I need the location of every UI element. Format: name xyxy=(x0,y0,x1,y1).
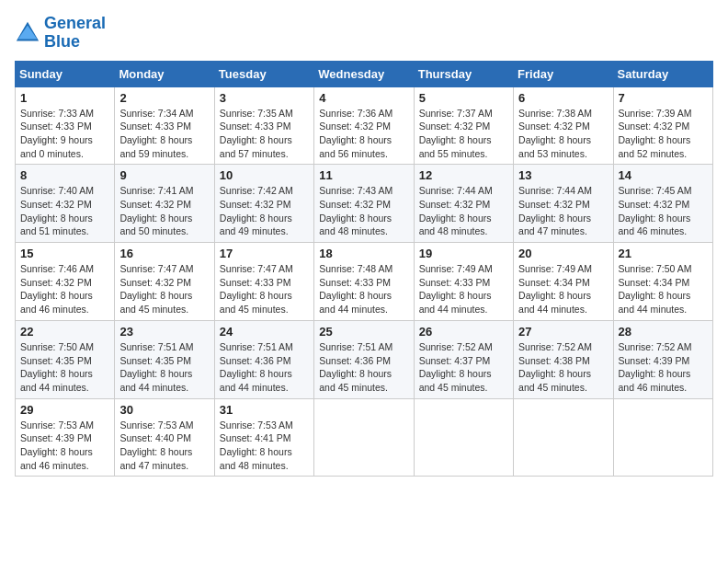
day-number: 4 xyxy=(319,91,408,105)
weekday-header-friday: Friday xyxy=(514,61,613,86)
day-number: 12 xyxy=(419,168,508,182)
weekday-header-wednesday: Wednesday xyxy=(314,61,414,86)
calendar-week-2: 8 Sunrise: 7:40 AMSunset: 4:32 PMDayligh… xyxy=(16,165,713,243)
calendar-cell: 10 Sunrise: 7:42 AMSunset: 4:32 PMDaylig… xyxy=(214,165,313,243)
day-number: 25 xyxy=(319,325,408,339)
calendar-cell: 12 Sunrise: 7:44 AMSunset: 4:32 PMDaylig… xyxy=(414,165,513,243)
day-number: 23 xyxy=(119,325,209,339)
day-number: 28 xyxy=(619,325,708,339)
day-number: 20 xyxy=(518,247,608,260)
calendar-cell: 7 Sunrise: 7:39 AMSunset: 4:32 PMDayligh… xyxy=(613,86,712,165)
calendar-cell: 16 Sunrise: 7:47 AMSunset: 4:32 PMDaylig… xyxy=(115,243,214,321)
cell-info: Sunrise: 7:39 AMSunset: 4:32 PMDaylight:… xyxy=(619,108,692,159)
calendar-cell xyxy=(613,398,712,477)
calendar-cell: 4 Sunrise: 7:36 AMSunset: 4:32 PMDayligh… xyxy=(314,86,414,165)
calendar-cell: 5 Sunrise: 7:37 AMSunset: 4:32 PMDayligh… xyxy=(414,86,513,165)
day-number: 3 xyxy=(220,91,309,105)
cell-info: Sunrise: 7:51 AMSunset: 4:36 PMDaylight:… xyxy=(220,341,293,393)
cell-info: Sunrise: 7:46 AMSunset: 4:32 PMDaylight:… xyxy=(20,263,94,315)
calendar-cell: 23 Sunrise: 7:51 AMSunset: 4:35 PMDaylig… xyxy=(115,320,214,398)
calendar-week-3: 15 Sunrise: 7:46 AMSunset: 4:32 PMDaylig… xyxy=(16,243,713,321)
weekday-header-monday: Monday xyxy=(115,61,214,86)
day-number: 29 xyxy=(20,403,109,417)
cell-info: Sunrise: 7:51 AMSunset: 4:36 PMDaylight:… xyxy=(319,341,392,393)
day-number: 11 xyxy=(319,168,408,182)
calendar-cell: 6 Sunrise: 7:38 AMSunset: 4:32 PMDayligh… xyxy=(514,86,613,165)
day-number: 19 xyxy=(419,247,508,260)
page-header: General Blue xyxy=(15,15,713,52)
calendar-cell: 24 Sunrise: 7:51 AMSunset: 4:36 PMDaylig… xyxy=(214,320,313,398)
day-number: 2 xyxy=(119,91,209,105)
cell-info: Sunrise: 7:52 AMSunset: 4:38 PMDaylight:… xyxy=(518,341,592,393)
cell-info: Sunrise: 7:43 AMSunset: 4:32 PMDaylight:… xyxy=(319,185,392,236)
calendar-week-5: 29 Sunrise: 7:53 AMSunset: 4:39 PMDaylig… xyxy=(16,398,713,477)
logo-text: General Blue xyxy=(44,15,106,52)
cell-info: Sunrise: 7:49 AMSunset: 4:34 PMDaylight:… xyxy=(518,263,592,315)
day-number: 10 xyxy=(220,168,309,182)
calendar-cell: 13 Sunrise: 7:44 AMSunset: 4:32 PMDaylig… xyxy=(514,165,613,243)
day-number: 27 xyxy=(518,325,608,339)
svg-marker-1 xyxy=(18,25,38,39)
calendar-cell: 9 Sunrise: 7:41 AMSunset: 4:32 PMDayligh… xyxy=(115,165,214,243)
day-number: 18 xyxy=(319,247,408,260)
cell-info: Sunrise: 7:38 AMSunset: 4:32 PMDaylight:… xyxy=(518,108,592,159)
day-number: 1 xyxy=(20,91,109,105)
cell-info: Sunrise: 7:44 AMSunset: 4:32 PMDaylight:… xyxy=(419,185,493,236)
cell-info: Sunrise: 7:53 AMSunset: 4:39 PMDaylight:… xyxy=(20,419,94,471)
cell-info: Sunrise: 7:34 AMSunset: 4:33 PMDaylight:… xyxy=(119,108,193,159)
day-number: 21 xyxy=(619,247,708,260)
weekday-header-saturday: Saturday xyxy=(613,61,712,86)
weekday-header-tuesday: Tuesday xyxy=(214,61,313,86)
calendar-cell xyxy=(514,398,613,477)
calendar-cell: 3 Sunrise: 7:35 AMSunset: 4:33 PMDayligh… xyxy=(214,86,313,165)
cell-info: Sunrise: 7:50 AMSunset: 4:34 PMDaylight:… xyxy=(619,263,692,315)
day-number: 31 xyxy=(220,403,309,417)
calendar-cell: 17 Sunrise: 7:47 AMSunset: 4:33 PMDaylig… xyxy=(214,243,313,321)
day-number: 9 xyxy=(119,168,209,182)
calendar-cell xyxy=(314,398,414,477)
calendar-cell: 11 Sunrise: 7:43 AMSunset: 4:32 PMDaylig… xyxy=(314,165,414,243)
cell-info: Sunrise: 7:52 AMSunset: 4:37 PMDaylight:… xyxy=(419,341,493,393)
day-number: 24 xyxy=(220,325,309,339)
calendar-cell: 1 Sunrise: 7:33 AMSunset: 4:33 PMDayligh… xyxy=(16,86,115,165)
day-number: 7 xyxy=(619,91,708,105)
day-number: 5 xyxy=(419,91,508,105)
day-number: 26 xyxy=(419,325,508,339)
cell-info: Sunrise: 7:42 AMSunset: 4:32 PMDaylight:… xyxy=(220,185,293,236)
cell-info: Sunrise: 7:51 AMSunset: 4:35 PMDaylight:… xyxy=(119,341,193,393)
cell-info: Sunrise: 7:47 AMSunset: 4:32 PMDaylight:… xyxy=(119,263,193,315)
calendar-cell: 26 Sunrise: 7:52 AMSunset: 4:37 PMDaylig… xyxy=(414,320,513,398)
day-number: 17 xyxy=(220,247,309,260)
calendar-cell: 30 Sunrise: 7:53 AMSunset: 4:40 PMDaylig… xyxy=(115,398,214,477)
day-number: 30 xyxy=(119,403,209,417)
cell-info: Sunrise: 7:33 AMSunset: 4:33 PMDaylight:… xyxy=(20,108,94,159)
calendar-cell: 22 Sunrise: 7:50 AMSunset: 4:35 PMDaylig… xyxy=(16,320,115,398)
calendar-cell xyxy=(414,398,513,477)
calendar-cell: 28 Sunrise: 7:52 AMSunset: 4:39 PMDaylig… xyxy=(613,320,712,398)
cell-info: Sunrise: 7:50 AMSunset: 4:35 PMDaylight:… xyxy=(20,341,94,393)
day-number: 15 xyxy=(20,247,109,260)
day-number: 13 xyxy=(518,168,608,182)
cell-info: Sunrise: 7:37 AMSunset: 4:32 PMDaylight:… xyxy=(419,108,493,159)
cell-info: Sunrise: 7:52 AMSunset: 4:39 PMDaylight:… xyxy=(619,341,692,393)
cell-info: Sunrise: 7:45 AMSunset: 4:32 PMDaylight:… xyxy=(619,185,692,236)
cell-info: Sunrise: 7:40 AMSunset: 4:32 PMDaylight:… xyxy=(20,185,94,236)
cell-info: Sunrise: 7:53 AMSunset: 4:41 PMDaylight:… xyxy=(220,419,293,471)
calendar-week-1: 1 Sunrise: 7:33 AMSunset: 4:33 PMDayligh… xyxy=(16,86,713,165)
cell-info: Sunrise: 7:44 AMSunset: 4:32 PMDaylight:… xyxy=(518,185,592,236)
calendar-cell: 2 Sunrise: 7:34 AMSunset: 4:33 PMDayligh… xyxy=(115,86,214,165)
day-number: 6 xyxy=(518,91,608,105)
calendar-cell: 18 Sunrise: 7:48 AMSunset: 4:33 PMDaylig… xyxy=(314,243,414,321)
cell-info: Sunrise: 7:35 AMSunset: 4:33 PMDaylight:… xyxy=(220,108,293,159)
cell-info: Sunrise: 7:53 AMSunset: 4:40 PMDaylight:… xyxy=(119,419,193,471)
calendar-cell: 21 Sunrise: 7:50 AMSunset: 4:34 PMDaylig… xyxy=(613,243,712,321)
day-number: 22 xyxy=(20,325,109,339)
cell-info: Sunrise: 7:49 AMSunset: 4:33 PMDaylight:… xyxy=(419,263,493,315)
calendar-cell: 8 Sunrise: 7:40 AMSunset: 4:32 PMDayligh… xyxy=(16,165,115,243)
calendar-cell: 20 Sunrise: 7:49 AMSunset: 4:34 PMDaylig… xyxy=(514,243,613,321)
calendar-cell: 15 Sunrise: 7:46 AMSunset: 4:32 PMDaylig… xyxy=(16,243,115,321)
logo: General Blue xyxy=(15,15,106,52)
calendar-cell: 27 Sunrise: 7:52 AMSunset: 4:38 PMDaylig… xyxy=(514,320,613,398)
day-number: 8 xyxy=(20,168,109,182)
day-number: 14 xyxy=(619,168,708,182)
